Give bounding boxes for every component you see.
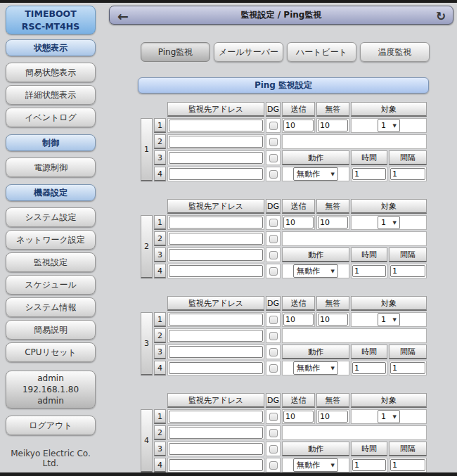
sidebar-item-device-config[interactable]: 機器設定 (6, 184, 96, 201)
sidebar-nav: 状態表示簡易状態表示詳細状態表示イベントログ制御電源制御機器設定システム設定ネッ… (6, 39, 96, 362)
address-input[interactable] (169, 330, 263, 342)
dg-checkbox[interactable] (269, 348, 278, 356)
interval-input[interactable] (390, 265, 425, 277)
action-select[interactable]: 無動作 ▼ (293, 361, 338, 375)
row-number: 4 (154, 361, 166, 375)
dg-checkbox[interactable] (269, 251, 278, 259)
dg-checkbox[interactable] (269, 122, 278, 130)
dg-checkbox[interactable] (269, 170, 278, 179)
sidebar-item-simple-guide[interactable]: 簡易説明 (6, 320, 96, 340)
dg-checkbox[interactable] (269, 138, 278, 146)
target-select[interactable]: 1 ▼ (378, 313, 400, 326)
action-select[interactable]: 無動作 ▼ (293, 458, 338, 472)
address-input[interactable] (169, 249, 263, 261)
col-header-interval: 間隔 (389, 442, 427, 456)
sidebar-item-cpu-reset[interactable]: CPUリセット (6, 342, 96, 362)
no-answer-count-input[interactable] (318, 120, 348, 131)
address-input[interactable] (169, 443, 263, 455)
row-number: 1 (154, 215, 166, 230)
header-row: 監視先アドレス DG 送信 無答 対象 (141, 393, 427, 408)
dg-checkbox[interactable] (269, 235, 278, 243)
dg-checkbox[interactable] (269, 267, 278, 276)
dg-checkbox[interactable] (269, 332, 278, 340)
time-input[interactable] (352, 362, 386, 374)
dg-checkbox[interactable] (269, 445, 278, 454)
col-header-target: 対象 (351, 102, 427, 117)
address-input[interactable] (169, 265, 263, 277)
action-select[interactable]: 無動作 ▼ (293, 167, 338, 181)
page-header-bar: ← 監視設定 / Ping監視 ↻ (109, 6, 453, 25)
address-input[interactable] (169, 168, 263, 180)
table-row: 4 無動作 ▼ (141, 361, 427, 375)
address-input[interactable] (169, 411, 263, 423)
address-input[interactable] (169, 136, 263, 148)
table-row: 3 動作 時間 間隔 (141, 247, 427, 262)
sidebar-item-control[interactable]: 制御 (6, 134, 96, 151)
no-answer-count-input[interactable] (318, 314, 348, 326)
tab-ping-monitor[interactable]: Ping監視 (141, 42, 210, 62)
address-input[interactable] (169, 362, 263, 374)
sidebar-item-event-log[interactable]: イベントログ (6, 108, 96, 127)
interval-input[interactable] (390, 362, 425, 374)
time-input[interactable] (352, 168, 386, 180)
send-count-input[interactable] (283, 120, 314, 131)
sidebar-item-network-config[interactable]: ネットワーク設定 (6, 230, 96, 250)
tab-temp-monitor[interactable]: 温度監視 (360, 42, 430, 62)
send-count-input[interactable] (283, 411, 314, 423)
address-input[interactable] (169, 346, 263, 358)
tab-mail-server[interactable]: メールサーバー (214, 42, 283, 62)
no-answer-count-input[interactable] (318, 217, 348, 229)
ping-group-table: 監視先アドレス DG 送信 無答 対象 2 1 1 ▼ 2 (139, 198, 428, 280)
chevron-down-icon: ▼ (393, 220, 397, 226)
col-header-send: 送信 (282, 199, 315, 214)
back-icon[interactable]: ← (112, 6, 134, 25)
time-input[interactable] (352, 265, 386, 277)
dg-checkbox[interactable] (269, 413, 278, 421)
send-count-input[interactable] (283, 217, 314, 229)
address-input[interactable] (169, 459, 263, 471)
ping-group-table: 監視先アドレス DG 送信 無答 対象 1 1 1 ▼ 2 (139, 101, 428, 183)
address-input[interactable] (169, 152, 263, 164)
dg-checkbox[interactable] (269, 461, 278, 470)
brand-button[interactable]: TIMEBOOT RSC-MT4HS (6, 6, 96, 34)
sidebar-item-schedule[interactable]: スケジュール (6, 275, 96, 295)
group-number: 2 (141, 215, 153, 278)
address-input[interactable] (169, 314, 263, 326)
row-number: 3 (154, 150, 166, 165)
target-select[interactable]: 1 ▼ (378, 410, 400, 423)
sidebar-item-system-config[interactable]: システム設定 (6, 207, 96, 227)
sidebar-item-system-info[interactable]: システム情報 (6, 297, 96, 317)
interval-input[interactable] (390, 168, 425, 180)
target-select[interactable]: 1 ▼ (378, 119, 400, 132)
action-select[interactable]: 無動作 ▼ (293, 264, 338, 278)
interval-input[interactable] (390, 459, 425, 471)
address-input[interactable] (169, 427, 263, 439)
dg-checkbox[interactable] (269, 429, 278, 437)
refresh-icon[interactable]: ↻ (430, 6, 451, 25)
col-header-address: 監視先アドレス (167, 296, 264, 311)
col-header-interval: 間隔 (389, 247, 427, 262)
sidebar-item-power-control[interactable]: 電源制御 (6, 157, 96, 177)
address-input[interactable] (169, 217, 263, 229)
sidebar-item-simple-status[interactable]: 簡易状態表示 (6, 63, 96, 82)
address-input[interactable] (169, 233, 263, 245)
sidebar-item-detail-status[interactable]: 詳細状態表示 (6, 85, 96, 105)
group-number: 4 (141, 409, 153, 472)
send-count-input[interactable] (283, 314, 314, 326)
dg-checkbox[interactable] (269, 154, 278, 162)
panel-title-bar: Ping 監視設定 (138, 77, 429, 94)
logout-button[interactable]: ログアウト (6, 416, 96, 435)
no-answer-count-input[interactable] (318, 411, 348, 423)
target-select[interactable]: 1 ▼ (378, 216, 400, 229)
sidebar-item-monitor-config[interactable]: 監視設定 (6, 252, 96, 272)
address-input[interactable] (169, 120, 263, 131)
empty-cell (282, 425, 427, 440)
tab-heartbeat[interactable]: ハートビート (287, 42, 356, 62)
dg-checkbox[interactable] (269, 316, 278, 324)
dg-checkbox[interactable] (269, 364, 278, 373)
row-number: 3 (154, 442, 166, 456)
time-input[interactable] (352, 459, 386, 471)
sidebar-item-status-display[interactable]: 状態表示 (6, 39, 96, 56)
bottom-border (0, 472, 457, 476)
dg-checkbox[interactable] (269, 219, 278, 227)
